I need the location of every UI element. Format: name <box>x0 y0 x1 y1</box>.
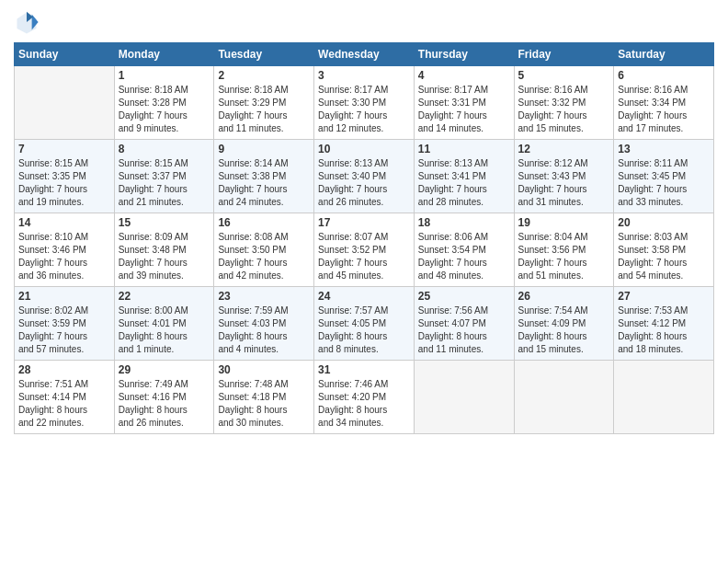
calendar-week-row: 28Sunrise: 7:51 AM Sunset: 4:14 PM Dayli… <box>15 361 714 434</box>
calendar-day-cell: 30Sunrise: 7:48 AM Sunset: 4:18 PM Dayli… <box>214 361 314 434</box>
day-info: Sunrise: 7:54 AM Sunset: 4:09 PM Dayligh… <box>518 304 610 356</box>
day-info: Sunrise: 8:11 AM Sunset: 3:45 PM Dayligh… <box>618 157 710 209</box>
day-of-week-header: Tuesday <box>214 43 314 66</box>
day-info: Sunrise: 8:13 AM Sunset: 3:40 PM Dayligh… <box>318 157 410 209</box>
day-of-week-header: Saturday <box>614 43 714 66</box>
day-number: 30 <box>218 363 310 376</box>
calendar-week-row: 1Sunrise: 8:18 AM Sunset: 3:28 PM Daylig… <box>15 66 714 140</box>
calendar-day-cell: 5Sunrise: 8:16 AM Sunset: 3:32 PM Daylig… <box>514 66 614 140</box>
day-info: Sunrise: 8:13 AM Sunset: 3:41 PM Dayligh… <box>418 157 510 209</box>
day-info: Sunrise: 8:08 AM Sunset: 3:50 PM Dayligh… <box>218 231 310 282</box>
day-number: 23 <box>218 290 310 303</box>
day-number: 18 <box>418 216 510 229</box>
calendar-table: SundayMondayTuesdayWednesdayThursdayFrid… <box>14 42 714 434</box>
calendar-header-row: SundayMondayTuesdayWednesdayThursdayFrid… <box>15 43 714 66</box>
day-info: Sunrise: 7:57 AM Sunset: 4:05 PM Dayligh… <box>318 304 410 356</box>
day-number: 28 <box>18 363 110 376</box>
calendar-day-cell: 20Sunrise: 8:03 AM Sunset: 3:58 PM Dayli… <box>614 213 714 287</box>
calendar-day-cell <box>614 361 714 434</box>
calendar-day-cell: 8Sunrise: 8:15 AM Sunset: 3:37 PM Daylig… <box>114 140 214 213</box>
day-number: 3 <box>318 69 410 82</box>
day-number: 1 <box>119 69 210 82</box>
calendar-day-cell <box>15 66 115 140</box>
calendar-day-cell: 18Sunrise: 8:06 AM Sunset: 3:54 PM Dayli… <box>414 213 514 287</box>
day-info: Sunrise: 8:12 AM Sunset: 3:43 PM Dayligh… <box>518 157 610 209</box>
day-number: 14 <box>18 216 110 229</box>
day-info: Sunrise: 8:09 AM Sunset: 3:48 PM Dayligh… <box>119 231 210 282</box>
calendar-day-cell: 16Sunrise: 8:08 AM Sunset: 3:50 PM Dayli… <box>214 213 314 287</box>
calendar-day-cell: 19Sunrise: 8:04 AM Sunset: 3:56 PM Dayli… <box>514 213 614 287</box>
calendar-day-cell: 2Sunrise: 8:18 AM Sunset: 3:29 PM Daylig… <box>214 66 314 140</box>
calendar-day-cell: 26Sunrise: 7:54 AM Sunset: 4:09 PM Dayli… <box>514 287 614 361</box>
calendar-day-cell: 10Sunrise: 8:13 AM Sunset: 3:40 PM Dayli… <box>314 140 415 213</box>
calendar-day-cell: 11Sunrise: 8:13 AM Sunset: 3:41 PM Dayli… <box>414 140 514 213</box>
day-info: Sunrise: 7:59 AM Sunset: 4:03 PM Dayligh… <box>218 304 310 356</box>
day-number: 2 <box>218 69 310 82</box>
day-number: 6 <box>618 69 710 82</box>
day-number: 27 <box>618 290 710 303</box>
day-of-week-header: Sunday <box>15 43 115 66</box>
logo <box>14 9 43 35</box>
calendar-day-cell: 9Sunrise: 8:14 AM Sunset: 3:38 PM Daylig… <box>214 140 314 213</box>
day-number: 31 <box>318 363 410 376</box>
day-info: Sunrise: 8:15 AM Sunset: 3:35 PM Dayligh… <box>18 157 110 209</box>
day-number: 7 <box>18 143 110 155</box>
calendar-day-cell: 4Sunrise: 8:17 AM Sunset: 3:31 PM Daylig… <box>414 66 514 140</box>
day-info: Sunrise: 8:07 AM Sunset: 3:52 PM Dayligh… <box>318 231 410 282</box>
calendar-day-cell: 25Sunrise: 7:56 AM Sunset: 4:07 PM Dayli… <box>414 287 514 361</box>
calendar-day-cell: 17Sunrise: 8:07 AM Sunset: 3:52 PM Dayli… <box>314 213 415 287</box>
day-info: Sunrise: 7:48 AM Sunset: 4:18 PM Dayligh… <box>218 378 310 430</box>
day-info: Sunrise: 7:53 AM Sunset: 4:12 PM Dayligh… <box>618 304 710 356</box>
day-number: 16 <box>218 216 310 229</box>
calendar-day-cell: 6Sunrise: 8:16 AM Sunset: 3:34 PM Daylig… <box>614 66 714 140</box>
generalblue-logo-icon <box>14 9 40 35</box>
day-info: Sunrise: 8:16 AM Sunset: 3:34 PM Dayligh… <box>618 84 710 135</box>
day-info: Sunrise: 7:56 AM Sunset: 4:07 PM Dayligh… <box>418 304 510 356</box>
day-number: 8 <box>119 143 210 155</box>
calendar-day-cell: 12Sunrise: 8:12 AM Sunset: 3:43 PM Dayli… <box>514 140 614 213</box>
day-info: Sunrise: 8:17 AM Sunset: 3:30 PM Dayligh… <box>318 84 410 135</box>
calendar-day-cell: 3Sunrise: 8:17 AM Sunset: 3:30 PM Daylig… <box>314 66 415 140</box>
day-info: Sunrise: 8:06 AM Sunset: 3:54 PM Dayligh… <box>418 231 510 282</box>
calendar-week-row: 14Sunrise: 8:10 AM Sunset: 3:46 PM Dayli… <box>15 213 714 287</box>
calendar-day-cell: 13Sunrise: 8:11 AM Sunset: 3:45 PM Dayli… <box>614 140 714 213</box>
day-number: 9 <box>218 143 310 155</box>
day-number: 20 <box>618 216 710 229</box>
day-info: Sunrise: 7:49 AM Sunset: 4:16 PM Dayligh… <box>119 378 210 430</box>
day-info: Sunrise: 8:10 AM Sunset: 3:46 PM Dayligh… <box>18 231 110 282</box>
day-number: 11 <box>418 143 510 155</box>
day-number: 29 <box>119 363 210 376</box>
calendar-day-cell: 21Sunrise: 8:02 AM Sunset: 3:59 PM Dayli… <box>15 287 115 361</box>
day-info: Sunrise: 8:18 AM Sunset: 3:29 PM Dayligh… <box>218 84 310 135</box>
day-number: 19 <box>518 216 610 229</box>
day-number: 26 <box>518 290 610 303</box>
day-number: 12 <box>518 143 610 155</box>
calendar-day-cell: 1Sunrise: 8:18 AM Sunset: 3:28 PM Daylig… <box>114 66 214 140</box>
calendar-day-cell: 28Sunrise: 7:51 AM Sunset: 4:14 PM Dayli… <box>15 361 115 434</box>
day-number: 15 <box>119 216 210 229</box>
day-of-week-header: Wednesday <box>314 43 415 66</box>
day-info: Sunrise: 8:17 AM Sunset: 3:31 PM Dayligh… <box>418 84 510 135</box>
calendar-day-cell: 23Sunrise: 7:59 AM Sunset: 4:03 PM Dayli… <box>214 287 314 361</box>
calendar-day-cell: 15Sunrise: 8:09 AM Sunset: 3:48 PM Dayli… <box>114 213 214 287</box>
day-of-week-header: Monday <box>114 43 214 66</box>
calendar-day-cell: 14Sunrise: 8:10 AM Sunset: 3:46 PM Dayli… <box>15 213 115 287</box>
day-info: Sunrise: 8:04 AM Sunset: 3:56 PM Dayligh… <box>518 231 610 282</box>
calendar-day-cell: 24Sunrise: 7:57 AM Sunset: 4:05 PM Dayli… <box>314 287 415 361</box>
day-number: 4 <box>418 69 510 82</box>
calendar-day-cell: 22Sunrise: 8:00 AM Sunset: 4:01 PM Dayli… <box>114 287 214 361</box>
day-info: Sunrise: 8:00 AM Sunset: 4:01 PM Dayligh… <box>119 304 210 356</box>
day-info: Sunrise: 8:18 AM Sunset: 3:28 PM Dayligh… <box>119 84 210 135</box>
calendar-week-row: 7Sunrise: 8:15 AM Sunset: 3:35 PM Daylig… <box>15 140 714 213</box>
day-info: Sunrise: 8:14 AM Sunset: 3:38 PM Dayligh… <box>218 157 310 209</box>
day-number: 21 <box>18 290 110 303</box>
day-info: Sunrise: 7:51 AM Sunset: 4:14 PM Dayligh… <box>18 378 110 430</box>
day-number: 10 <box>318 143 410 155</box>
day-number: 22 <box>119 290 210 303</box>
day-info: Sunrise: 7:46 AM Sunset: 4:20 PM Dayligh… <box>318 378 410 430</box>
day-number: 5 <box>518 69 610 82</box>
page-header <box>14 9 714 35</box>
day-number: 25 <box>418 290 510 303</box>
day-number: 17 <box>318 216 410 229</box>
day-of-week-header: Friday <box>514 43 614 66</box>
